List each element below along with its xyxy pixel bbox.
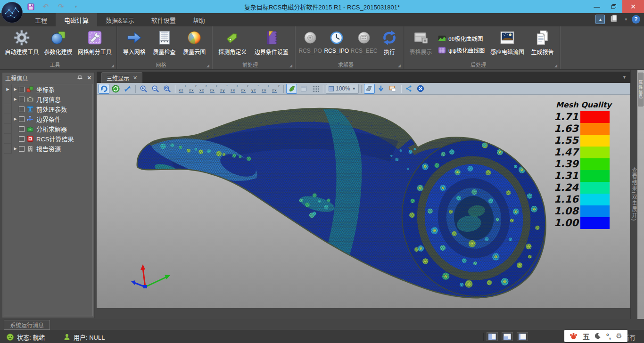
import-mesh-button[interactable]: 导入网格 [120,28,149,57]
view-orientation-button-2[interactable]: yxz [198,84,208,94]
ime-toolbar[interactable]: 五 °, ⚙ [564,330,627,342]
expander-icon[interactable]: ▶ [12,87,19,91]
row-selector[interactable]: ▶ [4,84,12,94]
group-dialog-launcher-icon[interactable]: ◢ [206,64,209,68]
quality-check-button[interactable]: 质量检查 [150,28,179,57]
zoom-out-button[interactable] [150,84,161,94]
close-view-button[interactable] [415,84,426,94]
group-dialog-launcher-icon[interactable]: ◢ [398,64,401,68]
tree-item-preprocess-params[interactable]: ▶ 前处理参数 [4,104,92,114]
legend-swatch [580,194,610,205]
zoom-fit-button[interactable] [162,84,173,94]
tree-item-coordinate-system[interactable]: ▶ ▶ 坐标系 [4,84,92,94]
quality-cloud-map-button[interactable]: 质量云图 [180,28,209,57]
generate-report-button[interactable]: 生成报告 [528,28,557,57]
menu-tab-4[interactable]: 帮助 [184,13,214,26]
points-display-button[interactable] [310,84,321,94]
tree-item-report-resources[interactable]: ▶ 报告资源 [4,144,92,154]
results-tab-label[interactable]: 查看结果(双击展开) [630,167,638,221]
device-caret-icon[interactable]: ▾ [625,17,627,22]
tree-item-geometry-info[interactable]: ▶ 几何信息 [4,94,92,104]
pan-zoom-button[interactable] [122,84,133,94]
expander-icon[interactable]: ▶ [12,147,19,151]
panel-close-icon[interactable]: ✕ [87,75,91,81]
zoom-level-combo[interactable]: 100% ▼ [326,84,359,94]
drop-down-tool-button[interactable] [376,84,387,94]
tree-checkbox[interactable] [19,136,25,142]
tree-checkbox[interactable] [19,126,25,132]
tab-list-dropdown-icon[interactable]: ▼ [622,75,627,80]
view-orientation-button-7[interactable]: xyz [250,84,260,94]
expander-icon[interactable]: ▶ [12,117,19,121]
menu-tab-1[interactable]: 电磁计算 [56,13,97,26]
tree-checkbox[interactable] [19,106,25,112]
psi-polarization-curve-button[interactable]: ψψ极化曲线图 [438,46,485,54]
restore-button[interactable] [605,0,622,13]
view-orientation-button-1[interactable]: yzx [188,84,198,94]
tree-checkbox[interactable] [19,87,25,92]
view-orientation-button-4[interactable]: xzy [219,84,229,94]
share-view-button[interactable] [404,84,414,94]
view-orientation-button-8[interactable]: yzx [261,84,271,94]
layout-bottom-panel-button[interactable] [502,332,513,341]
group-dialog-launcher-icon[interactable]: ◢ [554,64,557,68]
table-display-button[interactable]: 表格展示 [406,28,435,57]
tree-checkbox[interactable] [19,116,25,122]
menu-tab-0[interactable]: 工程 [26,13,56,26]
menu-tab-2[interactable]: 数据&显示 [97,13,143,26]
execute-button[interactable]: 执行 [379,28,400,57]
tree-item-analysis-solver[interactable]: ▶ 分析求解器 [4,124,92,134]
mesh-partition-tool-button[interactable]: 网格剖分工具 [75,28,114,57]
induction-current-map-button[interactable]: 感应电磁流图 [487,28,527,57]
wireframe-display-button[interactable] [298,84,309,94]
layout-left-panel-button[interactable] [487,332,498,341]
property-info-tab[interactable]: 属性信息 [638,73,644,106]
system-messages-tab[interactable]: 系统运行消息 [4,320,50,330]
menu-tab-3[interactable]: 软件设置 [143,13,184,26]
surface-select-button[interactable] [364,84,375,94]
theta-polarization-curve-button[interactable]: θθ极化曲线图 [438,34,485,42]
expander-icon[interactable]: ▶ [12,97,19,101]
viewport-3d[interactable]: Mesh Quality 1.711.631.551.471.391.311.2… [97,95,630,308]
rcs-ipo-button[interactable]: RCS_IPO [323,28,349,55]
tree-checkbox[interactable] [19,146,25,152]
view-orientation-button-9[interactable]: yzx [271,84,281,94]
psi-chart-icon [438,47,446,54]
tab-close-icon[interactable]: ✕ [133,75,137,81]
ime-moon-icon[interactable] [594,333,601,339]
rcs-po-button[interactable]: RCS_PO [298,28,322,55]
tab-3d-display[interactable]: 三维显示 ✕ [101,72,142,83]
mesh-model-render[interactable] [97,95,630,308]
minimize-button[interactable]: — [588,0,605,13]
tree-item-boundary-condition[interactable]: ▶ 边界条件 [4,114,92,124]
view-orientation-button-3[interactable]: yzx [209,84,219,94]
launch-modeling-tool-button[interactable]: 启动建模工具 [3,28,41,57]
layout-side-strip-button[interactable] [517,332,528,341]
group-dialog-launcher-icon[interactable]: ◢ [289,64,292,68]
collapse-ribbon-button[interactable]: ▲ [595,15,605,24]
group-dialog-launcher-icon[interactable]: ◢ [111,64,114,68]
help-button[interactable]: ? [632,15,640,24]
probe-angle-define-button[interactable]: 探测角定义 [215,28,250,57]
pin-icon[interactable] [77,75,83,81]
ime-wubi-label[interactable]: 五 [583,331,590,341]
refresh-view-button[interactable] [110,84,121,94]
boundary-condition-button[interactable]: 边界条件设置 [251,28,292,57]
tree-item-rcs-results[interactable]: ▶ RCS计算结果 [4,134,92,144]
parametric-modeling-button[interactable]: 参数化建模 [42,28,75,57]
ime-settings-gear-icon[interactable]: ⚙ [616,332,622,340]
close-button[interactable]: ✕ [622,0,644,13]
results-side-bar[interactable]: 查看结果(双击展开) [630,70,637,319]
rotate-view-button[interactable] [99,84,109,94]
ime-paw-icon[interactable] [570,332,578,340]
capture-window-button[interactable] [388,84,398,94]
zoom-in-button[interactable] [138,84,149,94]
display-device-icon[interactable] [610,15,620,24]
view-orientation-button-5[interactable]: yzx [230,84,239,94]
ime-punctuation-label[interactable]: °, [606,332,611,340]
view-orientation-button-0[interactable]: yxz [178,84,188,94]
rcs-eec-button[interactable]: RCS_EEC [350,28,378,55]
shaded-display-button[interactable] [286,84,297,94]
tree-checkbox[interactable] [19,97,25,102]
view-orientation-button-6[interactable]: yzx [240,84,250,94]
